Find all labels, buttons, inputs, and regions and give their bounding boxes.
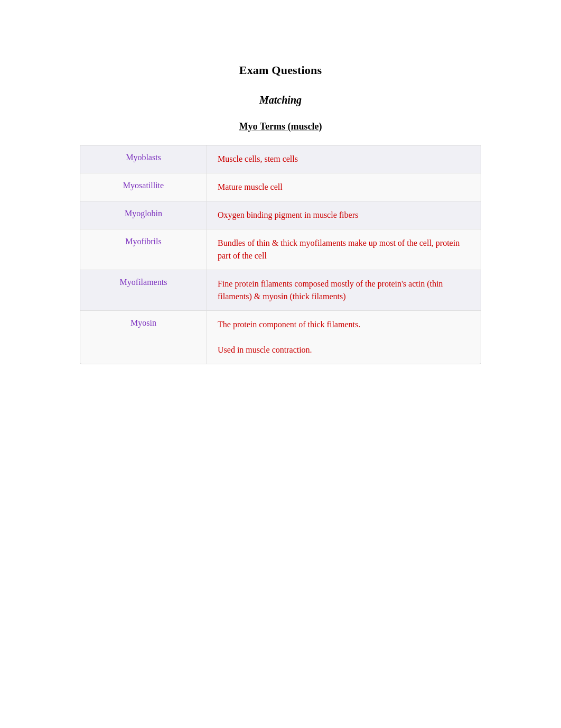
definition-column: Bundles of thin & thick myofilaments mak… [207,229,481,270]
term-column: Myoglobin [80,201,207,229]
definition-column: Fine protein filaments composed mostly o… [207,270,481,310]
definition-text: Mature muscle cell [218,181,283,193]
term-text: Myoglobin [125,209,162,218]
definition-text: Fine protein filaments composed mostly o… [218,278,470,303]
definition-text: Muscle cells, stem cells [218,153,298,165]
subsection-title: Myo Terms (muscle) [239,121,322,132]
definition-text: Bundles of thin & thick myofilaments mak… [218,237,470,262]
term-column: Myoblasts [80,145,207,173]
term-text: Myoblasts [126,153,161,162]
term-text: Myofibrils [125,237,161,246]
table-row: MyoglobinOxygen binding pigment in muscl… [80,201,481,229]
definition-text: Oxygen binding pigment in muscle fibers [218,209,358,222]
term-column: Myosatillite [80,173,207,201]
table-row: MyofibrilsBundles of thin & thick myofil… [80,229,481,270]
definition-column: Oxygen binding pigment in muscle fibers [207,201,481,229]
definition-column: The protein component of thick filaments… [207,311,481,364]
matching-table: MyoblastsMuscle cells, stem cellsMyosati… [80,145,481,364]
term-text: Myosatillite [123,181,164,190]
term-text: Myosin [130,318,156,328]
definition-text: The protein component of thick filaments… [218,318,360,356]
term-column: Myofilaments [80,270,207,310]
term-column: Myofibrils [80,229,207,270]
definition-column: Mature muscle cell [207,173,481,201]
table-row: MyoblastsMuscle cells, stem cells [80,145,481,173]
table-row: MyofilamentsFine protein filaments compo… [80,270,481,311]
table-row: MyosinThe protein component of thick fil… [80,311,481,364]
term-column: Myosin [80,311,207,364]
table-row: MyosatilliteMature muscle cell [80,173,481,201]
section-subtitle: Matching [259,94,302,106]
page-title: Exam Questions [239,63,322,77]
term-text: Myofilaments [120,278,167,287]
definition-column: Muscle cells, stem cells [207,145,481,173]
